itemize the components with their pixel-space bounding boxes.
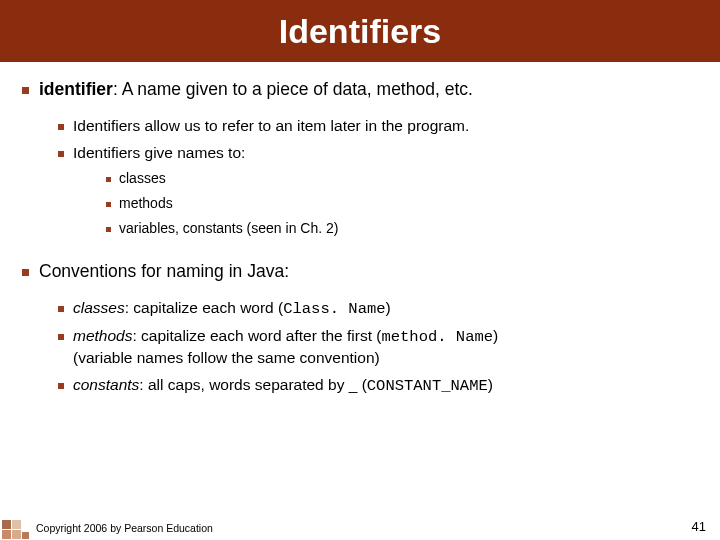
- bullet-icon: [58, 383, 64, 389]
- bullet-icon: [58, 151, 64, 157]
- bullet-classes: classes: [106, 169, 702, 188]
- bullet-icon: [58, 306, 64, 312]
- label: methods: [73, 327, 132, 344]
- text: ): [386, 299, 391, 316]
- term-identifier: identifier: [39, 79, 113, 99]
- code: method. Name: [381, 328, 493, 346]
- text: : capitalize each word (: [125, 299, 284, 316]
- bullet-refer-later: Identifiers allow us to refer to an item…: [58, 116, 702, 137]
- label: classes: [73, 299, 125, 316]
- text: variables, constants (seen in Ch. 2): [119, 219, 338, 238]
- text: : capitalize each word after the first (: [132, 327, 381, 344]
- bullet-icon: [106, 227, 111, 232]
- text: ): [488, 376, 493, 393]
- code: Class. Name: [283, 300, 385, 318]
- text: : A name given to a piece of data, metho…: [113, 79, 473, 99]
- text: Identifiers give names to:: [73, 143, 245, 164]
- copyright-text: Copyright 2006 by Pearson Education: [36, 522, 213, 534]
- bullet-icon: [106, 202, 111, 207]
- text: classes: [119, 169, 166, 188]
- bullet-icon: [58, 124, 64, 130]
- slide-title: Identifiers: [279, 12, 441, 51]
- title-bar: Identifiers: [0, 0, 720, 62]
- bullet-conv-constants: constants: all caps, words separated by …: [58, 375, 702, 397]
- bullet-give-names: Identifiers give names to:: [58, 143, 702, 164]
- bullet-icon: [22, 269, 29, 276]
- slide-content: identifier: A name given to a piece of d…: [0, 62, 720, 396]
- bullet-variables-constants: variables, constants (seen in Ch. 2): [106, 219, 702, 238]
- label: constants: [73, 376, 139, 393]
- text: ): [493, 327, 498, 344]
- code: CONSTANT_NAME: [367, 377, 488, 395]
- bullet-conv-classes: classes: capitalize each word (Class. Na…: [58, 298, 702, 320]
- text: (variable names follow the same conventi…: [73, 349, 380, 366]
- footer: Copyright 2006 by Pearson Education 41: [0, 519, 720, 534]
- text: Conventions for naming in Java:: [39, 260, 289, 284]
- bullet-conventions: Conventions for naming in Java:: [22, 260, 702, 284]
- text: : all caps, words separated by _ (: [139, 376, 366, 393]
- bullet-icon: [106, 177, 111, 182]
- bullet-identifier-def: identifier: A name given to a piece of d…: [22, 78, 702, 102]
- page-number: 41: [692, 519, 706, 534]
- text: methods: [119, 194, 173, 213]
- bullet-methods: methods: [106, 194, 702, 213]
- bullet-icon: [22, 87, 29, 94]
- bullet-icon: [58, 334, 64, 340]
- text: Identifiers allow us to refer to an item…: [73, 116, 469, 137]
- bullet-conv-methods: methods: capitalize each word after the …: [58, 326, 702, 369]
